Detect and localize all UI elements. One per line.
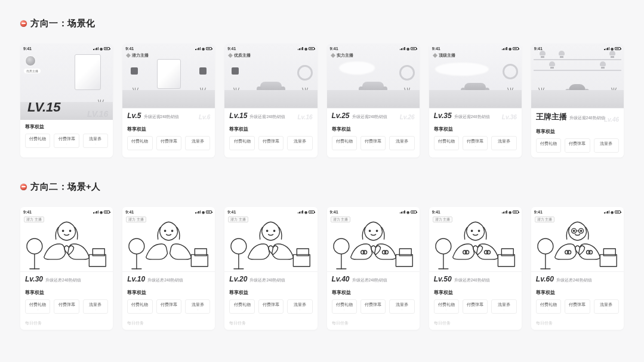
spotlight-icon <box>131 67 138 75</box>
tag: 付费礼物· <box>536 299 561 314</box>
tag: 付费礼物· <box>127 299 152 314</box>
section-1-head: 方向一：场景化 <box>20 18 624 29</box>
benefit-head: 尊享权益 <box>122 286 215 297</box>
tag: 付费弹幕· <box>156 136 181 150</box>
svg-point-5 <box>62 230 63 231</box>
cloud-icon <box>339 61 375 75</box>
tag: 付费礼物· <box>25 134 50 148</box>
wifi-icon: ◉ <box>304 210 307 214</box>
badge: 优质主播 <box>228 52 251 58</box>
status-time: 9:41 <box>23 210 32 214</box>
battery-icon <box>411 211 417 214</box>
tag: 流量券· <box>83 134 108 148</box>
tags: 付费礼物·付费弹幕·流量券· <box>327 297 420 318</box>
extra-label: 每日任务 <box>122 318 215 330</box>
level: Lv.10 <box>127 275 145 283</box>
badge: 顶级主播 <box>433 52 455 58</box>
ringlight-icon <box>503 64 518 79</box>
level-sub: 升级还需248热销值 <box>454 115 490 120</box>
statusbar: 9:41 ◉ <box>20 45 113 51</box>
tag: 付费弹幕· <box>463 136 488 150</box>
svg-point-29 <box>363 250 366 254</box>
tags: 付费礼物·付费弹幕·流量券· <box>20 297 113 318</box>
level-row: Lv.40 升级还差248热销值 <box>327 271 420 286</box>
level-ghost: Lv.26 <box>400 114 415 120</box>
battery-icon <box>513 47 519 50</box>
diamond-icon <box>126 53 131 58</box>
level-ghost: Lv.16 <box>297 114 312 120</box>
tag: 流量券· <box>594 138 619 153</box>
avatar <box>25 55 36 66</box>
signal-icon <box>502 47 507 50</box>
benefit-head: 尊享权益 <box>429 122 522 134</box>
wifi-icon: ◉ <box>509 210 511 214</box>
svg-point-0 <box>27 239 42 254</box>
softbox-icon <box>157 59 181 89</box>
tags: 付费礼物·付费弹幕·流量券· <box>122 297 215 318</box>
softbox-icon <box>75 54 101 90</box>
wifi-icon: ◉ <box>304 47 307 51</box>
person-lineart <box>20 215 113 271</box>
level: Lv.25 <box>332 112 350 120</box>
tag: 付费礼物· <box>25 299 50 314</box>
level-sub: 升级还差248热销值 <box>352 278 388 283</box>
extra-label: 每日任务 <box>224 318 317 330</box>
status-time: 9:41 <box>23 47 32 51</box>
battery-icon <box>411 47 417 50</box>
level-sub: 升级还差248热销值 <box>249 278 285 283</box>
floor <box>122 90 215 108</box>
statusbar: 9:41 ◉ <box>429 209 522 215</box>
svg-point-48 <box>573 230 574 231</box>
person-lineart <box>531 215 624 271</box>
cloud-icon <box>435 63 489 76</box>
tags: 付费礼物·付费弹幕·流量券· <box>429 297 522 318</box>
illustration: 9:41◉ 实力主播 <box>327 44 420 108</box>
floor <box>429 90 522 108</box>
tags: 付费礼物· 付费弹幕· 流量券· <box>122 134 215 155</box>
svg-point-40 <box>465 250 469 254</box>
diamond-icon <box>331 53 335 58</box>
svg-point-31 <box>384 250 388 254</box>
svg-rect-35 <box>498 255 514 267</box>
floor <box>531 90 624 108</box>
level: Lv.50 <box>434 275 452 283</box>
lineart: 9:41 ◉ 潜力 主播 <box>531 207 624 271</box>
level-ghost: Lv.46 <box>604 116 619 123</box>
extra-label: 每日任务 <box>20 318 113 330</box>
benefit-head: 尊享权益 <box>429 286 522 297</box>
level-sub: 升级还需248热销值 <box>144 115 180 120</box>
bullet-icon <box>20 20 27 27</box>
section-1-row: 9:41 ◉ 优质主播 LV.15 LV.16 尊享权益 <box>20 44 624 157</box>
level-sub: 升级还差248热销值 <box>45 278 81 283</box>
signal-icon <box>604 211 609 214</box>
illustration: 9:41 ◉ 潜力 主播 <box>531 207 624 271</box>
tag: 付费礼物· <box>536 138 561 153</box>
level-ghost: LV.16 <box>87 109 108 119</box>
battery-icon <box>615 211 621 214</box>
tag: 付费礼物· <box>332 299 357 314</box>
tag: 流量券· <box>491 299 516 314</box>
statusbar: 9:41 ◉ <box>122 209 215 215</box>
illustration: 9:41 ◉ 潜力 主播 <box>327 207 420 271</box>
svg-point-7 <box>129 239 144 254</box>
bullet-icon <box>20 184 27 190</box>
section-2-head: 方向二：场景+人 <box>20 181 624 193</box>
status-time: 9:41 <box>432 210 440 214</box>
level-sub: 升级还差248热销值 <box>454 278 490 283</box>
svg-point-43 <box>538 239 553 254</box>
illustration: 9:41 ◉ 潜力 主播 <box>20 207 113 271</box>
battery-icon <box>513 211 519 214</box>
battery-icon <box>206 47 212 50</box>
signal-icon <box>195 211 201 214</box>
tag: 付费弹幕· <box>360 299 386 314</box>
level: 王牌主播 <box>536 112 567 122</box>
tag: 流量券· <box>185 136 210 150</box>
status-time: 9:41 <box>125 47 134 51</box>
level-sub: 升级还需248热销值 <box>569 116 605 121</box>
diamond-icon <box>228 53 233 58</box>
person-lineart <box>122 215 215 271</box>
tag: 付费弹幕· <box>54 299 79 314</box>
illustration: 9:41 ◉ 潜力 主播 <box>122 207 215 271</box>
level-row: Lv.20 升级还差248热销值 <box>224 271 317 286</box>
status-time: 9:41 <box>432 47 440 51</box>
